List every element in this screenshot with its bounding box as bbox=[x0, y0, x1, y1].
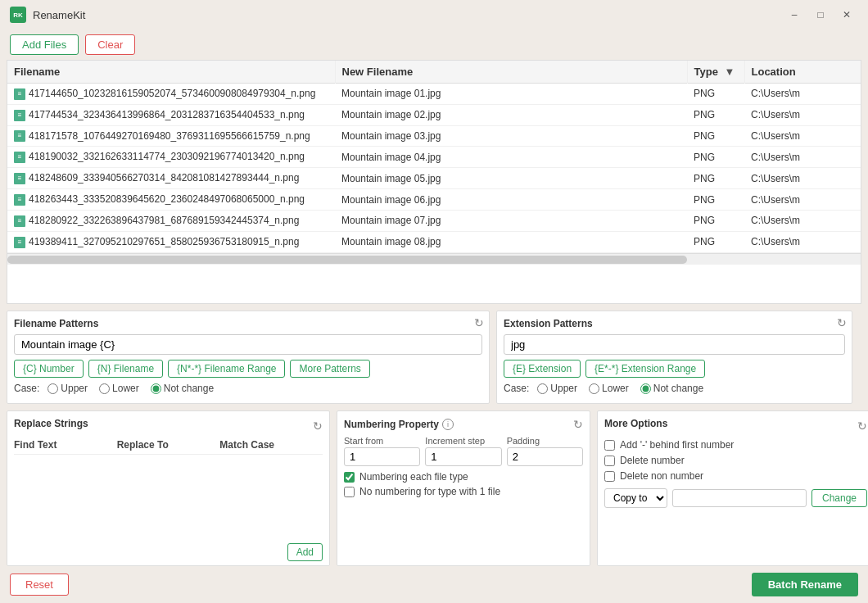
scrollbar-thumb[interactable] bbox=[7, 256, 687, 264]
table-row[interactable]: ≡418248609_333940566270314_8420810814278… bbox=[7, 168, 861, 189]
cell-filename: ≡418280922_332263896437981_6876891593424… bbox=[7, 210, 335, 231]
cell-newname: Mountain image 05.jpg bbox=[335, 168, 687, 189]
delete-nonnumber-label: Delete non number bbox=[620, 470, 703, 482]
padding-input[interactable] bbox=[507, 447, 583, 466]
extension-case-label: Case: bbox=[504, 383, 529, 394]
table-row[interactable]: ≡417744534_323436413996864_2031283716354… bbox=[7, 104, 861, 125]
cell-filename: ≡419389411_327095210297651_8580259367531… bbox=[7, 231, 335, 252]
more-options-panel: More Options ↻ Add '-' behind first numb… bbox=[597, 410, 868, 566]
cell-newname: Mountain image 08.jpg bbox=[335, 231, 687, 252]
extension-case-radio-group: Upper Lower Not change bbox=[537, 383, 703, 394]
filename-patterns-title: Filename Patterns bbox=[14, 318, 482, 329]
padding-group: Padding bbox=[507, 436, 583, 466]
replace-refresh-icon[interactable]: ↻ bbox=[313, 419, 323, 433]
file-table-container: Filename New Filename Type ▼ Location bbox=[7, 60, 861, 304]
increment-input[interactable] bbox=[425, 447, 501, 466]
cell-filename: ≡418190032_332162633114774_2303092196774… bbox=[7, 147, 335, 168]
add-replace-button[interactable]: Add bbox=[287, 543, 323, 561]
panels-row-2: Replace Strings ↻ Find Text Replace To M… bbox=[7, 410, 861, 566]
no-numbering-check[interactable] bbox=[344, 487, 355, 497]
filename-pattern-button[interactable]: {N} Filename bbox=[88, 360, 163, 378]
table-row[interactable]: ≡418280922_332263896437981_6876891593424… bbox=[7, 210, 861, 231]
numbering-refresh-icon[interactable]: ↻ bbox=[573, 418, 583, 431]
filename-case-notchange[interactable]: Not change bbox=[151, 383, 214, 394]
extension-pattern-buttons: {E} Extension {E*-*} Extension Range bbox=[504, 360, 845, 378]
copy-select[interactable]: Copy to Move to bbox=[604, 488, 667, 508]
cell-newname: Mountain image 06.jpg bbox=[335, 189, 687, 211]
cell-type: PNG bbox=[687, 189, 744, 211]
extension-pattern-input[interactable] bbox=[504, 334, 845, 355]
filename-pattern-buttons: {C} Number {N} Filename {N*-*} Filename … bbox=[14, 360, 482, 378]
horizontal-scrollbar[interactable] bbox=[7, 253, 861, 265]
delete-number-row: Delete number bbox=[604, 455, 867, 466]
cell-filename: ≡417744534_323436413996864_2031283716354… bbox=[7, 104, 335, 125]
counter-pattern-button[interactable]: {C} Number bbox=[14, 360, 84, 378]
numbering-each-type-check[interactable] bbox=[344, 472, 355, 483]
delete-number-label: Delete number bbox=[620, 455, 685, 466]
extension-case-upper[interactable]: Upper bbox=[537, 383, 577, 394]
more-options-refresh-icon[interactable]: ↻ bbox=[857, 419, 867, 433]
extension-refresh-icon[interactable]: ↻ bbox=[837, 316, 847, 329]
extension-case-notchange[interactable]: Not change bbox=[640, 383, 703, 394]
numbering-info-icon[interactable]: i bbox=[442, 419, 454, 430]
no-numbering-label: No numbering for type with 1 file bbox=[359, 486, 500, 497]
add-behind-label: Add '-' behind first number bbox=[620, 439, 734, 451]
table-row[interactable]: ≡418263443_333520839645620_2360248497068… bbox=[7, 189, 861, 211]
window-controls: – □ ✕ bbox=[783, 7, 858, 23]
replace-col-matchcase: Match Case bbox=[219, 439, 323, 451]
delete-nonnumber-row: Delete non number bbox=[604, 470, 867, 482]
reset-button[interactable]: Reset bbox=[10, 574, 69, 596]
filter-icon[interactable]: ▼ bbox=[725, 66, 735, 78]
cell-location: C:\Users\m bbox=[744, 147, 861, 168]
change-button[interactable]: Change bbox=[811, 489, 867, 507]
file-icon: ≡ bbox=[14, 88, 25, 100]
extension-case-lower[interactable]: Lower bbox=[589, 383, 629, 394]
clear-button[interactable]: Clear bbox=[85, 34, 135, 55]
cell-location: C:\Users\m bbox=[744, 231, 861, 252]
replace-col-replace: Replace To bbox=[117, 439, 220, 451]
extension-case-row: Case: Upper Lower Not change bbox=[504, 383, 845, 394]
filename-case-label: Case: bbox=[14, 383, 39, 394]
file-icon: ≡ bbox=[14, 130, 25, 142]
cell-type: PNG bbox=[687, 104, 744, 125]
filename-case-radio-group: Upper Lower Not change bbox=[47, 383, 214, 394]
copy-row: Copy to Move to Change bbox=[604, 488, 867, 508]
close-button[interactable]: ✕ bbox=[835, 7, 858, 23]
more-options-title: More Options bbox=[604, 418, 667, 429]
no-numbering-row: No numbering for type with 1 file bbox=[344, 486, 583, 497]
filename-patterns-panel: Filename Patterns ↻ {C} Number {N} Filen… bbox=[7, 311, 490, 404]
cell-type: PNG bbox=[687, 210, 744, 231]
add-files-button[interactable]: Add Files bbox=[10, 34, 79, 55]
numbering-title: Numbering Property bbox=[344, 419, 439, 430]
table-row[interactable]: ≡417144650_10232816159052074_57346009080… bbox=[7, 84, 861, 105]
minimize-button[interactable]: – bbox=[783, 7, 806, 23]
filename-case-lower[interactable]: Lower bbox=[99, 383, 139, 394]
start-from-input[interactable] bbox=[344, 447, 420, 466]
add-behind-check[interactable] bbox=[604, 440, 615, 451]
numbering-each-type-label: Numbering each file type bbox=[359, 471, 468, 483]
batch-rename-button[interactable]: Batch Rename bbox=[752, 573, 858, 596]
delete-number-check[interactable] bbox=[604, 456, 615, 466]
copy-destination-input[interactable] bbox=[672, 489, 807, 507]
table-row[interactable]: ≡419389411_327095210297651_8580259367531… bbox=[7, 231, 861, 252]
replace-strings-title: Replace Strings bbox=[14, 418, 88, 429]
replace-table-header: Find Text Replace To Match Case bbox=[14, 438, 323, 455]
filename-range-button[interactable]: {N*-*} Filename Range bbox=[168, 360, 285, 378]
extension-range-button[interactable]: {E*-*} Extension Range bbox=[585, 360, 705, 378]
filename-case-upper[interactable]: Upper bbox=[47, 383, 88, 394]
cell-newname: Mountain image 07.jpg bbox=[335, 210, 687, 231]
cell-location: C:\Users\m bbox=[744, 104, 861, 125]
extension-pattern-button[interactable]: {E} Extension bbox=[504, 360, 581, 378]
cell-location: C:\Users\m bbox=[744, 125, 861, 147]
filename-pattern-input[interactable] bbox=[14, 334, 482, 355]
add-behind-row: Add '-' behind first number bbox=[604, 439, 867, 451]
cell-newname: Mountain image 02.jpg bbox=[335, 104, 687, 125]
table-row[interactable]: ≡418171578_1076449270169480_376931169556… bbox=[7, 125, 861, 147]
maximize-button[interactable]: □ bbox=[809, 7, 832, 23]
more-patterns-button[interactable]: More Patterns bbox=[290, 360, 369, 378]
cell-type: PNG bbox=[687, 125, 744, 147]
delete-nonnumber-check[interactable] bbox=[604, 471, 615, 482]
table-row[interactable]: ≡418190032_332162633114774_2303092196774… bbox=[7, 147, 861, 168]
cell-location: C:\Users\m bbox=[744, 189, 861, 211]
filename-refresh-icon[interactable]: ↻ bbox=[474, 316, 484, 329]
